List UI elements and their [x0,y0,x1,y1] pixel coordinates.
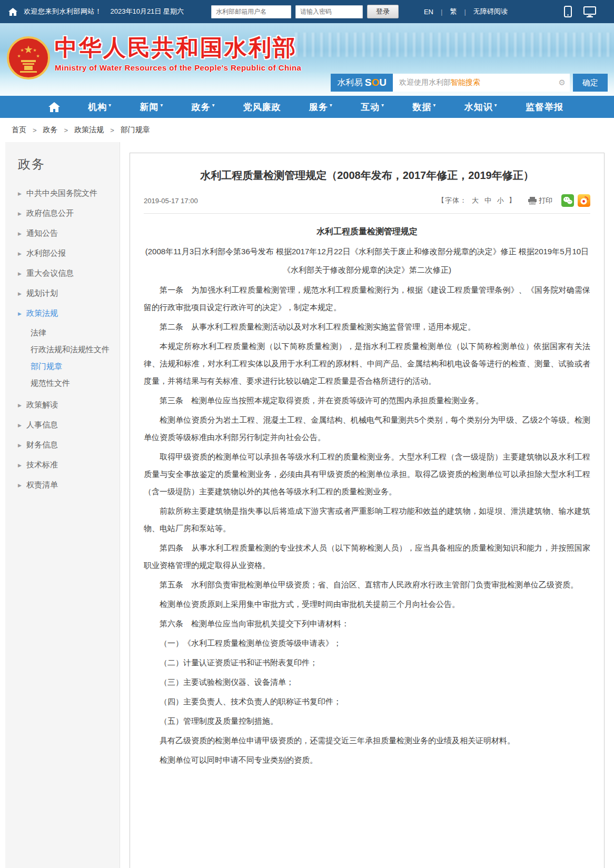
sidebar: 政务 ▶中共中央国务院文件▶政府信息公开▶通知公告▶水利部公报▶重大会议信息▶规… [5,142,120,868]
search-magnifier-o: O [371,77,379,88]
svg-text:★: ★ [33,48,36,53]
breadcrumb-zhengce-fagui[interactable]: 政策法规 [74,125,104,135]
weibo-share-icon[interactable] [578,194,590,207]
document-heading: 水利工程质量检测管理规定 [144,226,590,237]
breadcrumb-home[interactable]: 首页 [12,125,26,135]
nav-item-fuwu[interactable]: 服务▾ [309,101,333,113]
svg-text:★: ★ [36,54,39,58]
search-brand-u: U [379,77,387,88]
sidebar-item-label: 技术标准 [26,460,58,470]
nav-item-label: 数据 [412,101,431,113]
nav-item-label: 服务 [309,101,328,113]
content-area: 政务 ▶中共中央国务院文件▶政府信息公开▶通知公告▶水利部公报▶重大会议信息▶规… [0,142,614,868]
arrow-right-icon: ▶ [18,463,22,468]
national-emblem: ★ ★ ★ ★ ★ [6,36,51,80]
arrow-right-icon: ▶ [18,403,22,408]
article-paragraph: 本规定所称水利工程质量检测（以下简称质量检测），是指水利工程质量检测单位（以下简… [144,337,590,390]
font-large-button[interactable]: 大 [472,196,479,205]
sidebar-item-xingzheng-fagui[interactable]: 行政法规和法规性文件 [5,341,120,358]
sidebar-item-label: 重大会议信息 [26,268,74,278]
search-submit-button[interactable]: 确定 [573,74,608,92]
lang-en-link[interactable]: EN [424,8,433,16]
sidebar-item-tongzhi-gonggao[interactable]: ▶通知公告 [5,223,120,243]
article-paragraph: （二）计量认证资质证书和证书附表复印件； [144,654,590,671]
nav-home-icon[interactable] [48,102,60,112]
arrow-right-icon: ▶ [18,443,22,448]
arrow-right-icon: ▶ [18,423,22,428]
article-body: (2008年11月3日水利部令第36号发布 根据2017年12月22日《水利部关… [144,243,590,769]
separator: | [464,8,466,16]
breadcrumb-current: 部门规章 [121,125,150,135]
login-button[interactable]: 登录 [367,5,399,18]
arrow-right-icon: ▶ [18,191,22,197]
sidebar-item-label: 政策法规 [26,308,58,318]
sidebar-item-falv[interactable]: 法律 [5,324,120,341]
sidebar-item-renshi-xinxi[interactable]: ▶人事信息 [5,415,120,435]
search-brand-s: S [365,77,372,88]
search-bar: 水利易 SOU 欢迎使用水利部智能搜索 ⚙ 确定 [331,74,608,92]
mail-username-input[interactable] [211,5,291,18]
chevron-down-icon: ▾ [433,102,436,108]
sidebar-item-label: 通知公告 [26,228,58,238]
sidebar-item-zhongyang-wenjian[interactable]: ▶中共中央国务院文件 [5,183,120,203]
page: 欢迎您来到水利部网站！ 2023年10月21日 星期六 登录 EN | 繁 | … [0,0,614,868]
article-tools: 【字体： 大 中 小 】 打印 [438,194,590,207]
sidebar-item-zhengce-fagui[interactable]: ▶政策法规 [5,303,120,323]
article-box: 水利工程质量检测管理规定（2008年发布，2017年修正，2019年修正） 20… [130,153,605,868]
article-paragraph: 检测单位资质原则上采用集中审批方式，受理时间由审批机关提前三个月向社会公告。 [144,595,590,613]
main-panel: 水利工程质量检测管理规定（2008年发布，2017年修正，2019年修正） 20… [120,142,609,868]
sidebar-item-quanze-qingdan[interactable]: ▶权责清单 [5,475,120,495]
article-paragraph: （四）主要负责人、技术负责人的职称证书复印件； [144,693,590,710]
site-title: 中华人民共和国水利部 [55,34,301,62]
svg-text:★: ★ [20,48,24,53]
sidebar-item-guihua-jihua[interactable]: ▶规划计划 [5,283,120,303]
sidebar-item-label: 规范性文件 [31,378,70,388]
sidebar-item-jishu-biaozhun[interactable]: ▶技术标准 [5,455,120,475]
publish-date: 2019-05-17 17:00 [144,197,198,205]
sidebar-item-guifanxing-wenjian[interactable]: 规范性文件 [5,375,120,392]
password-input[interactable] [295,5,363,18]
nav-item-dangfeng-lianzheng[interactable]: 党风廉政 [243,101,281,113]
site-identity: 中华人民共和国水利部 Ministry of Water Resources o… [55,34,301,72]
svg-text:★: ★ [17,54,21,58]
sidebar-item-zhengce-jiedu[interactable]: ▶政策解读 [5,395,120,415]
font-small-button[interactable]: 小 [497,196,504,205]
nav-item-jiandu-jubao[interactable]: 监督举报 [526,101,563,113]
font-medium-button[interactable]: 中 [484,196,491,205]
search-placeholder: 欢迎使用水利部 [399,78,451,87]
sidebar-item-xinxi-gongkai[interactable]: ▶政府信息公开 [5,203,120,223]
nav-item-zhengwu[interactable]: 政务▾ [192,101,215,113]
sidebar-item-label: 权责清单 [26,480,58,490]
nav-item-xinwen[interactable]: 新闻▾ [140,101,163,113]
search-brand-text: 水利易 [337,77,362,88]
nav-item-shuju[interactable]: 数据▾ [412,101,436,113]
nav-item-hudong[interactable]: 互动▾ [361,101,384,113]
wechat-share-icon[interactable] [561,194,574,207]
sidebar-item-huiyi-xinxi[interactable]: ▶重大会议信息 [5,263,120,283]
breadcrumb-separator: > [33,126,37,134]
chevron-down-icon: ▾ [494,102,498,108]
search-input[interactable]: 欢迎使用水利部智能搜索 ⚙ [393,74,570,92]
sidebar-item-bumen-guizhang[interactable]: 部门规章 [5,358,120,375]
search-placeholder-highlight: 智能搜索 [451,78,480,87]
article-paragraph: 第五条 水利部负责审批检测单位甲级资质；省、自治区、直辖市人民政府水行政主管部门… [144,576,590,593]
home-icon[interactable] [8,8,17,16]
current-date: 2023年10月21日 星期六 [111,7,184,16]
chevron-down-icon: ▾ [108,102,112,108]
breadcrumb-zhengwu[interactable]: 政务 [43,125,58,135]
monitor-icon[interactable] [583,6,596,17]
mobile-phone-icon[interactable] [564,6,572,17]
lang-traditional-link[interactable]: 繁 [450,7,457,16]
breadcrumb-separator: > [64,126,68,134]
accessibility-link[interactable]: 无障碍阅读 [473,7,508,16]
nav-item-jigou[interactable]: 机构▾ [88,101,112,113]
article-meta: 2019-05-17 17:00 【字体： 大 中 小 】 打印 [144,194,590,214]
sidebar-item-caiwu-xinxi[interactable]: ▶财务信息 [5,435,120,455]
gear-icon[interactable]: ⚙ [559,78,566,87]
nav-item-shuizhishi[interactable]: 水知识▾ [464,101,498,113]
nav-item-label: 机构 [88,101,107,113]
print-button[interactable]: 打印 [528,196,552,205]
welcome-text: 欢迎您来到水利部网站！ [24,7,102,16]
sidebar-item-gongbao[interactable]: ▶水利部公报 [5,243,120,263]
chevron-down-icon: ▾ [381,102,384,108]
